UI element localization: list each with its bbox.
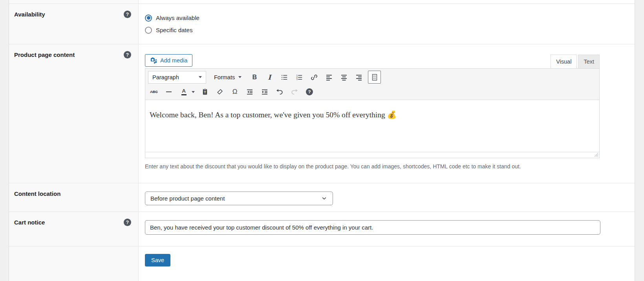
tinymce-editor: Paragraph Formats B I [145,68,600,158]
redo-button[interactable] [289,86,300,98]
bullet-list-icon [280,73,288,81]
text-color-caret-button[interactable] [190,86,196,98]
editor-toolbar-row2: ABC A [145,86,599,100]
tab-text[interactable]: Text [578,55,600,68]
chevron-down-icon [321,195,327,202]
eraser-icon [216,88,224,96]
horizontal-rule-icon [166,91,172,92]
editor-content-area[interactable]: Welcome back, Ben! As a top customer, we… [145,100,599,152]
radio-always-available[interactable]: Always available [145,12,628,24]
horizontal-rule-button[interactable] [163,86,175,98]
bullet-list-button[interactable] [278,71,290,83]
chevron-down-icon [192,91,195,93]
editor-statusbar [145,152,599,158]
content-location-row: Content location Before product page con… [9,183,635,212]
add-media-button[interactable]: Add media [145,54,192,67]
text-color-icon: A [181,88,187,95]
strikethrough-button[interactable]: ABC [148,86,160,98]
availability-help-icon[interactable]: ? [124,11,131,18]
content-location-select[interactable]: Before product page content [145,192,333,205]
product-page-content-help-icon[interactable]: ? [124,51,131,58]
undo-button[interactable] [274,86,285,98]
svg-text:T: T [204,90,206,94]
editor-mode-tabs: Visual Text [551,55,600,68]
toolbar-toggle-icon [371,73,379,81]
save-button[interactable]: Save [145,254,170,266]
omega-icon: Ω [232,88,238,96]
chevron-down-icon [238,76,242,78]
align-left-button[interactable] [323,71,335,83]
radio-specific-dates-label: Specific dates [156,27,192,33]
outdent-button[interactable] [244,86,256,98]
clear-formatting-button[interactable] [214,86,226,98]
add-media-label: Add media [160,57,187,64]
cart-notice-label: Cart notice [14,219,45,226]
availability-row: Availability ? Always available Specific… [9,4,635,44]
tab-visual[interactable]: Visual [551,55,577,68]
indent-button[interactable] [259,86,271,98]
align-right-icon [355,73,363,81]
italic-button[interactable]: I [263,71,275,83]
italic-icon: I [268,73,271,81]
discount-settings-page: Availability ? Always available Specific… [0,0,644,281]
svg-text:3: 3 [296,78,298,80]
toolbar-toggle-button[interactable] [368,71,381,84]
help-icon: ? [306,88,313,95]
align-center-icon [340,73,348,81]
content-location-value: Before product page content [150,195,225,202]
cart-notice-help-icon[interactable]: ? [124,219,131,226]
product-content-help-text: Enter any text about the discount that y… [145,163,600,170]
product-page-content-row: Product page content ? Add media [9,44,635,183]
editor-toolbar-row1: Paragraph Formats B I [145,69,599,86]
align-center-button[interactable] [338,71,350,83]
resize-grip-icon[interactable] [594,153,598,157]
special-character-button[interactable]: Ω [229,86,241,98]
availability-label: Availability [14,11,45,18]
radio-checked-icon[interactable] [145,15,152,22]
wp-editor: Add media Visual Text Paragraph [145,50,600,170]
save-row: Save [9,246,635,281]
indent-icon [261,88,269,96]
redo-icon [291,88,298,96]
paragraph-format-value: Paragraph [152,74,179,80]
undo-icon [276,88,284,96]
product-page-content-label: Product page content [14,51,75,58]
cart-notice-row: Cart notice ? [9,212,635,246]
text-color-button[interactable]: A [178,86,190,98]
formats-dropdown[interactable]: Formats [212,71,243,84]
paragraph-format-dropdown[interactable]: Paragraph [148,71,206,84]
insert-link-button[interactable] [308,71,320,83]
align-right-button[interactable] [353,71,365,83]
editor-help-button[interactable]: ? [304,86,315,98]
link-icon [310,73,318,81]
formats-label: Formats [214,74,235,80]
content-location-label: Content location [14,190,60,197]
radio-always-available-label: Always available [156,15,199,21]
previous-row-remnant [9,0,635,4]
numbered-list-button[interactable]: 1 2 3 [293,71,305,83]
strikethrough-icon: ABC [150,90,158,94]
align-left-icon [325,73,333,81]
bold-button[interactable]: B [249,71,260,83]
radio-unchecked-icon[interactable] [145,27,152,34]
paste-as-text-icon: T [201,88,209,96]
outdent-icon [246,88,254,96]
bold-icon: B [252,74,257,81]
editor-text: Welcome back, Ben! As a top customer, we… [150,111,397,119]
radio-specific-dates[interactable]: Specific dates [145,24,628,36]
chevron-down-icon [199,76,202,78]
paste-as-text-button[interactable]: T [199,86,211,98]
numbered-list-icon: 1 2 3 [295,73,303,81]
settings-form-table: Availability ? Always available Specific… [9,0,635,281]
cart-notice-input[interactable] [145,220,600,235]
media-icon [150,57,157,64]
